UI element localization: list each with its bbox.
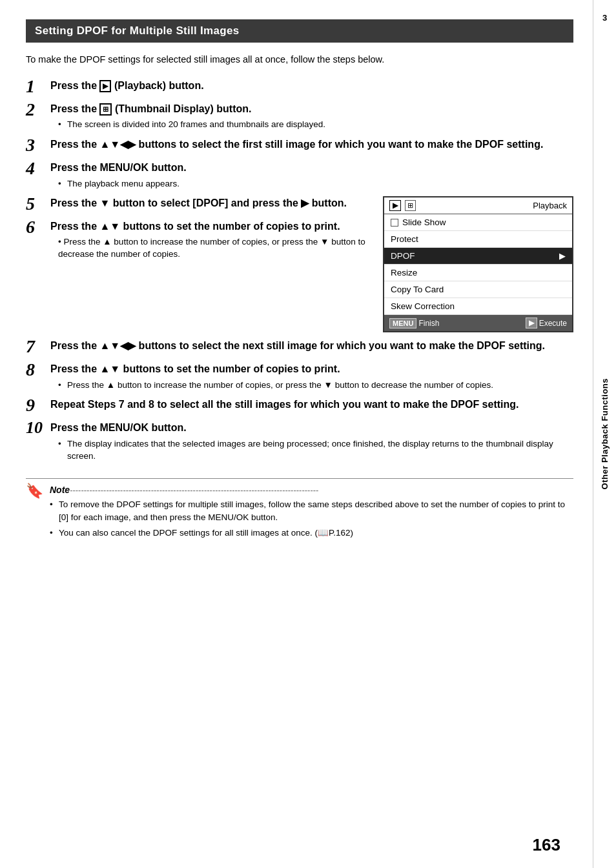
menu-header: ▶ ⊞ Playback <box>384 197 572 214</box>
step-1-content: Press the ▶ (Playback) button. <box>50 79 573 93</box>
step-10-sub: The display indicates that the selected … <box>58 438 573 463</box>
step-2-content: Press the ⊞ (Thumbnail Display) button. … <box>50 102 573 131</box>
step-9-content: Repeat Steps 7 and 8 to select all the s… <box>50 398 573 412</box>
sidebar: 3 Other Playback Functions <box>593 0 616 868</box>
step-6-title: Press the ▲▼ buttons to set the number o… <box>50 219 370 234</box>
menu-label-protect: Protect <box>391 234 418 244</box>
step-number-10: 10 <box>26 419 50 436</box>
note-content: Note------------------------------------… <box>50 484 573 540</box>
step-5: 5 Press the ▼ button to select [DPOF] an… <box>26 196 370 213</box>
step-number-4: 4 <box>26 159 50 177</box>
menu-key-execute: ▶ <box>526 318 537 328</box>
step-number-6: 6 <box>26 218 50 236</box>
step-2-title: Press the ⊞ (Thumbnail Display) button. <box>50 102 573 116</box>
menu-item-dpof[interactable]: DPOF ▶ <box>384 248 572 265</box>
page-wrapper: Setting DPOF for Multiple Still Images T… <box>0 0 616 868</box>
menu-item-resize[interactable]: Resize <box>384 265 572 281</box>
sidebar-label: Other Playback Functions <box>600 378 610 489</box>
step-4-sub: The playback menu appears. <box>58 177 573 190</box>
step-6-content: Press the ▲▼ buttons to set the number o… <box>50 219 370 261</box>
step-8-content: Press the ▲▼ buttons to set the number o… <box>50 362 573 391</box>
step-3-content: Press the ▲▼◀▶ buttons to select the fir… <box>50 137 573 152</box>
step-7-content: Press the ▲▼◀▶ buttons to select the nex… <box>50 339 573 353</box>
menu-box: ▶ ⊞ Playback Slide Show <box>383 196 573 332</box>
step-4-title: Press the MENU/OK button. <box>50 161 573 175</box>
note-item-2: You can also cancel the DPOF settings fo… <box>50 527 573 540</box>
thumbnail-icon: ⊞ <box>99 103 112 115</box>
step-9-title: Repeat Steps 7 and 8 to select all the s… <box>50 398 573 412</box>
intro-text: To make the DPOF settings for selected s… <box>26 53 573 67</box>
menu-label-copy-to-card: Copy To Card <box>391 285 444 294</box>
menu-item-copy-to-card[interactable]: Copy To Card <box>384 281 572 298</box>
menu-key-finish: MENU <box>389 318 416 328</box>
step-7-title: Press the ▲▼◀▶ buttons to select the nex… <box>50 339 573 353</box>
menu-indicator-slideshow <box>391 219 398 227</box>
step-number-9: 9 <box>26 396 50 414</box>
step-1: 1 Press the ▶ (Playback) button. <box>26 79 573 96</box>
step-number-5: 5 <box>26 195 50 213</box>
menu-label-resize: Resize <box>391 268 417 278</box>
step-10-title: Press the MENU/OK button. <box>50 421 573 435</box>
menu-footer-finish: MENU Finish <box>389 318 439 328</box>
step-5-title: Press the ▼ button to select [DPOF] and … <box>50 196 370 210</box>
menu-header-title: Playback <box>533 201 567 210</box>
playback-icon: ▶ <box>99 80 111 92</box>
menu-dpof-arrow: ▶ <box>559 251 566 261</box>
step-4: 4 Press the MENU/OK button. The playback… <box>26 161 573 190</box>
step-number-8: 8 <box>26 361 50 379</box>
main-content: Setting DPOF for Multiple Still Images T… <box>0 0 593 868</box>
step-6-sub: • Press the ▲ button to increase the num… <box>58 236 370 261</box>
step-number-7: 7 <box>26 338 50 356</box>
note-item-1: To remove the DPOF settings for multiple… <box>50 498 573 523</box>
step-number-2: 2 <box>26 101 50 119</box>
step-number-1: 1 <box>26 77 50 96</box>
step-2-sub: The screen is divided into 20 frames and… <box>58 118 573 131</box>
step-8-title: Press the ▲▼ buttons to set the number o… <box>50 362 573 376</box>
step-8: 8 Press the ▲▼ buttons to set the number… <box>26 362 573 391</box>
menu-label-skew-correction: Skew Correction <box>391 301 455 311</box>
page-title: Setting DPOF for Multiple Still Images <box>26 19 573 43</box>
menu-label-dpof: DPOF <box>391 251 415 261</box>
note-icon: 🔖 <box>26 483 43 540</box>
menu-item-protect[interactable]: Protect <box>384 231 572 248</box>
menu-footer: MENU Finish ▶ Execute <box>384 315 572 331</box>
step-5-content: Press the ▼ button to select [DPOF] and … <box>50 196 370 210</box>
menu-item-skew-correction[interactable]: Skew Correction <box>384 298 572 315</box>
step-3: 3 Press the ▲▼◀▶ buttons to select the f… <box>26 137 573 154</box>
note-box: 🔖 Note----------------------------------… <box>26 478 573 540</box>
step-2: 2 Press the ⊞ (Thumbnail Display) button… <box>26 102 573 131</box>
step-8-sub: Press the ▲ button to increase the numbe… <box>58 379 573 392</box>
menu-footer-execute: ▶ Execute <box>526 318 567 328</box>
steps-5-6-text: 5 Press the ▼ button to select [DPOF] an… <box>26 196 370 332</box>
step-6: 6 Press the ▲▼ buttons to set the number… <box>26 219 370 261</box>
menu-thumb-icon: ⊞ <box>405 200 416 211</box>
sidebar-chapter-number: 3 <box>593 13 616 23</box>
step-9: 9 Repeat Steps 7 and 8 to select all the… <box>26 398 573 414</box>
step-3-title: Press the ▲▼◀▶ buttons to select the fir… <box>50 137 573 152</box>
step-4-content: Press the MENU/OK button. The playback m… <box>50 161 573 190</box>
step-10: 10 Press the MENU/OK button. The display… <box>26 421 573 463</box>
step-7: 7 Press the ▲▼◀▶ buttons to select the n… <box>26 339 573 356</box>
menu-label-slideshow: Slide Show <box>402 217 446 227</box>
steps-5-6-layout: 5 Press the ▼ button to select [DPOF] an… <box>26 196 573 332</box>
menu-screenshot: ▶ ⊞ Playback Slide Show <box>383 196 573 332</box>
menu-footer-finish-label: Finish <box>418 319 439 328</box>
menu-footer-execute-label: Execute <box>539 319 567 328</box>
menu-play-icon: ▶ <box>389 200 401 211</box>
note-title: Note <box>50 485 70 495</box>
page-number: 163 <box>533 835 560 855</box>
menu-item-slideshow[interactable]: Slide Show <box>384 214 572 231</box>
step-10-content: Press the MENU/OK button. The display in… <box>50 421 573 463</box>
note-dashes: ----------------------------------------… <box>70 485 318 495</box>
step-number-3: 3 <box>26 136 50 154</box>
step-1-title: Press the ▶ (Playback) button. <box>50 79 573 93</box>
